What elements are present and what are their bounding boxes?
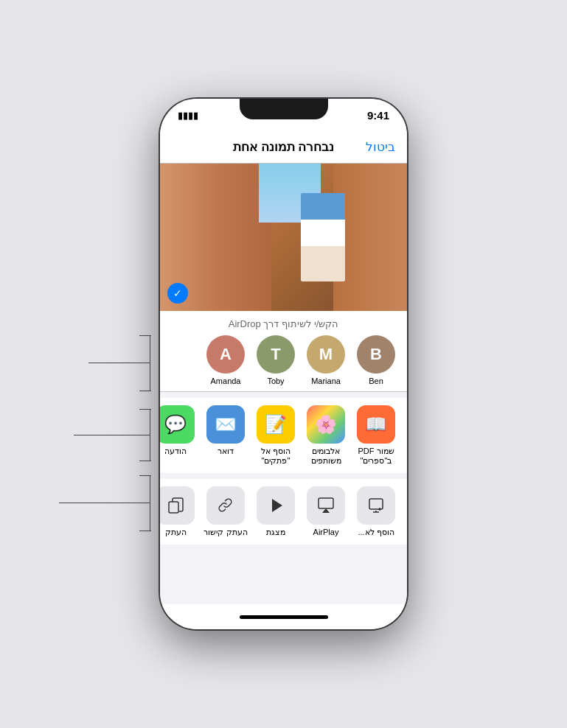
add-label: הוסף לא... — [358, 528, 394, 537]
nav-title: נבחרה תמונה אחת — [233, 139, 334, 155]
copy-link-label: העתק קישור — [204, 528, 247, 537]
share-options-row: 📖 שמור PDFב"ספרים" 🌸 אלבומיםמשותפים 📝 הו… — [160, 405, 407, 466]
action-copy-link[interactable]: העתק קישור — [204, 486, 248, 537]
scene: ▮▮▮▮ 9:41 ביטול נבחרה תמונה אחת — [0, 0, 567, 728]
action-options-section: הוסף לא... AirPlay — [160, 479, 407, 545]
airdrop-title: הקש/י לשיתוף דרך AirDrop — [160, 318, 407, 329]
share-bracket-bottom — [139, 461, 151, 461]
photo-checkmark[interactable]: ✓ — [167, 283, 188, 304]
photo-container: ✓ — [160, 164, 407, 311]
messages-label: הודעה — [164, 447, 187, 456]
home-bar — [240, 615, 328, 619]
battery-icon: ▮▮▮▮ — [178, 110, 198, 121]
copy-label: העתק — [165, 528, 187, 537]
books-icon: 📖 — [357, 405, 395, 444]
status-time: 9:41 — [367, 109, 389, 122]
copy-icon — [160, 486, 195, 525]
airdrop-bracket-top — [139, 335, 151, 336]
contact-avatar-mariana: M — [307, 335, 345, 374]
contact-item[interactable]: T Toby — [254, 335, 298, 385]
action-add[interactable]: הוסף לא... — [354, 486, 398, 537]
contact-item[interactable]: B Ben — [354, 335, 398, 385]
home-indicator — [160, 604, 407, 629]
airdrop-h-line — [88, 363, 150, 363]
contact-item[interactable]: M Mariana — [304, 335, 348, 385]
action-airplay[interactable]: AirPlay — [304, 486, 348, 537]
share-app-mail[interactable]: ✉️ דואר — [204, 405, 248, 466]
phone-frame: ▮▮▮▮ 9:41 ביטול נבחרה תמונה אחת — [160, 99, 407, 629]
action-copy[interactable]: העתק — [160, 486, 198, 537]
contact-avatar-toby: T — [257, 335, 295, 374]
svg-rect-8 — [169, 502, 178, 513]
svg-marker-6 — [322, 508, 330, 513]
contact-name-mariana: Mariana — [311, 377, 341, 385]
contact-avatar-amanda: A — [206, 335, 245, 374]
slideshow-label: מצגת — [266, 528, 285, 537]
photo-background — [160, 164, 407, 311]
photo-figure — [301, 193, 345, 281]
share-app-photos[interactable]: 🌸 אלבומיםמשותפים — [304, 405, 348, 466]
share-bracket-line — [150, 409, 151, 461]
contact-item[interactable]: A Amanda — [204, 335, 248, 385]
airdrop-bracket-bottom — [139, 391, 151, 391]
share-options-section: 📖 שמור PDFב"ספרים" 🌸 אלבומיםמשותפים 📝 הו… — [160, 398, 407, 473]
contact-name-ben: Ben — [369, 377, 383, 385]
status-bar: ▮▮▮▮ 9:41 — [160, 99, 407, 131]
action-options-row: הוסף לא... AirPlay — [160, 479, 407, 545]
cancel-button[interactable]: ביטול — [366, 139, 395, 155]
phone-screen: ▮▮▮▮ 9:41 ביטול נבחרה תמונה אחת — [160, 99, 407, 629]
photos-label: אלבומיםמשותפים — [311, 447, 341, 466]
status-icons: ▮▮▮▮ — [178, 110, 198, 121]
airplay-label: AirPlay — [313, 528, 339, 536]
svg-rect-5 — [319, 498, 333, 508]
messages-icon: 💬 — [160, 405, 195, 444]
airdrop-contacts: B Ben M Mariana T Toby — [160, 335, 407, 385]
mail-label: דואר — [218, 447, 234, 456]
svg-marker-7 — [272, 499, 282, 512]
airdrop-bracket-line — [150, 335, 151, 391]
airplay-icon — [307, 486, 345, 525]
annotations-panel: הקש/י לשיתוף עם חבר הנמצא בקרבת מקום באמ… — [15, 0, 151, 728]
photos-icon: 🌸 — [307, 405, 345, 444]
action-bracket-bottom — [139, 531, 151, 531]
content-area: ✓ הקש/י לשיתוף דרך AirDrop B Ben — [160, 164, 407, 604]
slideshow-icon — [257, 486, 295, 525]
add-icon — [357, 486, 395, 525]
share-sheet: הקש/י לשיתוף דרך AirDrop B Ben M Mariana — [160, 311, 407, 604]
share-app-notes[interactable]: 📝 הוסף אל"פתקים" — [254, 405, 298, 466]
airdrop-section: הקש/י לשיתוף דרך AirDrop B Ben M Mariana — [160, 311, 407, 392]
contact-name-amanda: Amanda — [211, 377, 241, 385]
notes-icon: 📝 — [257, 405, 295, 444]
contact-avatar-ben: B — [357, 335, 395, 374]
notch — [240, 99, 328, 119]
action-bracket-top — [139, 475, 151, 476]
notes-label: הוסף אל"פתקים" — [261, 447, 291, 466]
books-label: שמור PDFב"ספרים" — [358, 447, 394, 466]
share-app-books[interactable]: 📖 שמור PDFב"ספרים" — [354, 405, 398, 466]
action-slideshow[interactable]: מצגת — [254, 486, 298, 537]
nav-bar: ביטול נבחרה תמונה אחת — [160, 131, 407, 164]
action-h-line — [59, 503, 150, 503]
svg-rect-0 — [369, 499, 383, 509]
share-h-line — [74, 435, 150, 435]
copy-link-icon — [206, 486, 245, 525]
contact-name-toby: Toby — [267, 377, 284, 385]
mail-icon: ✉️ — [206, 405, 245, 444]
action-bracket-line — [150, 475, 151, 531]
share-bracket-top — [139, 409, 151, 410]
share-app-messages[interactable]: 💬 הודעה — [160, 405, 198, 466]
